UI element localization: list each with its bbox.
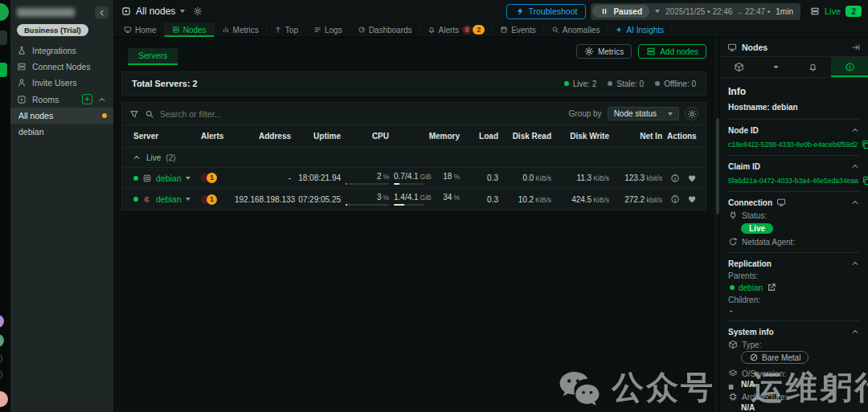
col-disk-write[interactable]: Disk Write xyxy=(551,132,609,141)
vertical-scrollbar[interactable] xyxy=(714,38,719,412)
legend-offline: Offline: 0 xyxy=(655,80,696,88)
cpu-bar xyxy=(346,183,389,185)
chevron-up-icon[interactable] xyxy=(850,125,860,135)
room-selector[interactable]: All nodes xyxy=(121,6,185,17)
time-range-picker[interactable]: Paused 2025/11/25 • 22:46 → 22:47 • 1min xyxy=(591,3,800,20)
tab-anomalies[interactable]: Anomalies xyxy=(544,22,608,37)
col-disk-read[interactable]: Disk Read xyxy=(498,132,551,141)
servers-view-tab[interactable]: Servers xyxy=(128,48,178,65)
tab-top[interactable]: Top xyxy=(267,22,306,37)
sidebar-room-debian[interactable]: debian xyxy=(10,124,113,140)
troubleshoot-button[interactable]: Troubleshoot xyxy=(506,4,587,19)
tab-nodes[interactable]: Nodes xyxy=(165,22,215,37)
chevron-up-icon[interactable] xyxy=(850,161,860,171)
os-version-value: N/A xyxy=(741,380,860,389)
spaces-rail xyxy=(0,0,10,412)
collapse-panel-icon[interactable] xyxy=(851,43,861,52)
space-avatar[interactable] xyxy=(0,3,9,21)
col-load[interactable]: Load xyxy=(460,132,498,141)
panel-tab-info[interactable] xyxy=(831,57,868,77)
sparkle-icon xyxy=(615,26,623,34)
address-cell: - xyxy=(230,173,291,182)
col-address[interactable]: Address xyxy=(230,132,291,141)
col-uptime[interactable]: Uptime xyxy=(291,132,341,141)
connection-section: Connection Status: Live Netdata Agent: xyxy=(728,191,860,247)
chevron-up-icon[interactable] xyxy=(850,259,860,268)
actions-cell xyxy=(662,173,699,183)
group-by-select[interactable]: Node status xyxy=(608,107,679,120)
server-name-link[interactable]: debian xyxy=(156,173,182,183)
chevron-down-icon[interactable] xyxy=(186,198,190,201)
copy-icon[interactable] xyxy=(862,176,868,186)
chevron-up-icon[interactable] xyxy=(850,327,860,337)
sidebar-item-integrations[interactable]: Integrations xyxy=(10,43,113,59)
chevron-down-icon[interactable] xyxy=(655,10,660,13)
rail-icon[interactable] xyxy=(0,369,2,380)
net-in-cell: 123.3kbit/s xyxy=(609,173,662,182)
warning-alert-badge[interactable]: 1 xyxy=(207,194,217,205)
sidebar-item-rooms[interactable]: Rooms + xyxy=(10,91,113,108)
col-memory[interactable]: Memory xyxy=(389,132,460,141)
sidebar-item-invite-users[interactable]: Invite Users xyxy=(10,75,113,91)
group-row-live[interactable]: Live (2) xyxy=(122,148,706,168)
sidebar-item-connect-nodes[interactable]: Connect Nodes xyxy=(10,59,113,75)
col-cpu[interactable]: CPU xyxy=(341,132,389,141)
rail-icon[interactable] xyxy=(0,353,2,364)
panel-tab-notifications[interactable] xyxy=(794,57,831,77)
search-input[interactable] xyxy=(160,109,563,119)
sidebar-room-all-nodes[interactable]: All nodes xyxy=(10,108,113,124)
col-alerts[interactable]: Alerts xyxy=(196,132,230,141)
chevron-up-icon[interactable] xyxy=(97,95,107,104)
space-item[interactable] xyxy=(0,31,7,45)
rail-icon[interactable] xyxy=(0,334,4,347)
gear-icon[interactable] xyxy=(193,6,203,16)
parent-node-row[interactable]: debian xyxy=(730,283,860,292)
flask-icon xyxy=(17,46,27,55)
table-row[interactable]: debian 1 - 18:08:21.94 2% xyxy=(122,168,706,189)
tab-events[interactable]: Events xyxy=(493,22,544,37)
metrics-button[interactable]: Metrics xyxy=(576,44,632,59)
filter-icon[interactable] xyxy=(129,109,139,119)
copy-icon[interactable] xyxy=(861,140,868,149)
rail-icon[interactable] xyxy=(0,315,4,328)
memory-bar xyxy=(394,183,424,185)
tab-logs[interactable]: Logs xyxy=(306,22,350,37)
panel-tab-alerts[interactable] xyxy=(720,57,757,77)
tab-home[interactable]: Home xyxy=(117,22,165,37)
scrollbar-thumb[interactable] xyxy=(716,118,719,214)
col-net-in[interactable]: Net In xyxy=(609,132,662,141)
tab-dashboards[interactable]: Dashboards xyxy=(350,22,420,37)
table-settings-button[interactable] xyxy=(685,107,698,120)
refresh-icon xyxy=(728,237,738,247)
tab-ai-insights[interactable]: AI Insights xyxy=(608,22,672,37)
server-name-link[interactable]: debian xyxy=(156,194,182,204)
sidebar-collapse-button[interactable] xyxy=(95,6,108,18)
warning-alert-badge[interactable]: 1 xyxy=(207,173,217,183)
table-row[interactable]: debian 1 192.168.198.133 07:29:05.25 3% xyxy=(122,189,706,210)
col-server[interactable]: Server xyxy=(129,132,196,141)
chevron-down-icon[interactable] xyxy=(186,177,190,180)
cpu-bar xyxy=(346,204,389,206)
user-avatar[interactable] xyxy=(0,391,8,407)
add-nodes-button[interactable]: Add nodes xyxy=(638,44,706,59)
heart-icon[interactable] xyxy=(687,194,697,204)
panel-tab-filter[interactable] xyxy=(757,57,794,77)
info-icon[interactable] xyxy=(670,194,680,204)
tab-alerts[interactable]: Alerts 0 2 xyxy=(420,22,493,37)
space-item-active[interactable] xyxy=(0,63,7,77)
chevron-up-icon[interactable] xyxy=(132,153,141,162)
live-count-badge[interactable]: 2 xyxy=(845,6,862,17)
workspace-name-redacted xyxy=(17,8,75,17)
pause-button[interactable]: Paused xyxy=(592,5,649,18)
heart-icon[interactable] xyxy=(687,173,697,183)
chevron-up-icon[interactable] xyxy=(850,198,860,207)
tab-metrics[interactable]: Metrics xyxy=(215,22,267,37)
cpu-cell: 2% xyxy=(341,172,389,185)
circle-slash-icon xyxy=(749,353,759,362)
add-room-button[interactable]: + xyxy=(82,94,92,104)
bell-icon xyxy=(428,26,436,34)
info-icon[interactable] xyxy=(670,173,680,183)
external-link-icon[interactable] xyxy=(767,283,776,292)
bolt-icon xyxy=(515,6,525,16)
status-dot xyxy=(133,197,138,202)
